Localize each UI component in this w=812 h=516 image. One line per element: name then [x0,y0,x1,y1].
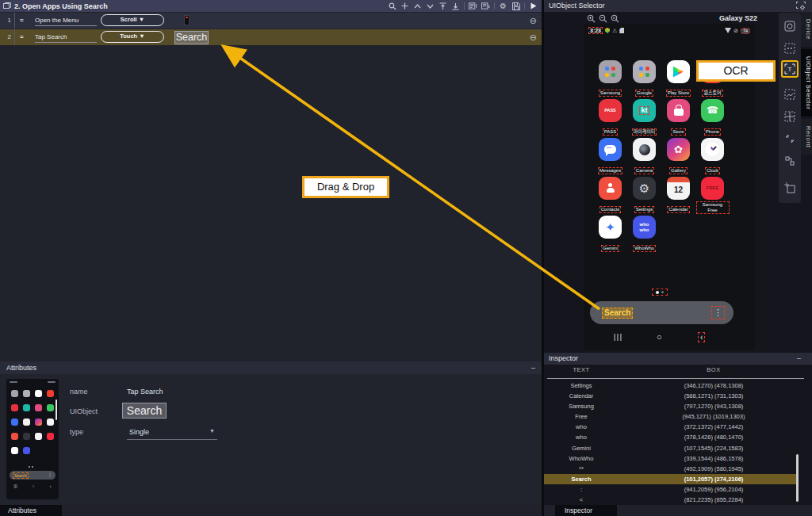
step-name-field[interactable]: Tap Search [35,31,97,43]
more-options-icon[interactable]: ⋮ [711,306,725,319]
inspector-row[interactable]: who (378,1426) (480,1470) [544,432,796,442]
app-icon[interactable] [599,60,622,83]
step-row-tap-search[interactable]: 2 = Tap Search Touch ▼ Search ⊖ [0,29,542,45]
inspector-row[interactable]: Settings (346,1270) (478,1308) [544,380,796,391]
drag-handle[interactable]: = [20,13,24,29]
app-icon[interactable]: ☎ [701,99,724,122]
inspector-row[interactable]: Search (101,2057) (274,2106) [544,474,796,484]
inspector-row[interactable]: WhoWho (339,1544) (486,1578) [544,453,796,464]
back-icon[interactable]: ‹ [698,332,705,342]
align-top-icon[interactable] [439,2,447,11]
ocr-text-tool-icon[interactable]: T [781,60,799,78]
inspector-scrollbar[interactable] [796,454,799,502]
chevron-down-icon[interactable]: ▼ [209,428,215,434]
home-icon[interactable]: ○ [657,332,662,342]
app-icon[interactable] [667,99,690,122]
recents-icon[interactable]: ||| [614,333,623,341]
app-shortcut[interactable]: 12 Calendar [661,177,695,216]
zoom-in-icon[interactable] [587,14,596,23]
move-up-icon[interactable] [413,2,422,11]
type-select-value[interactable]: Single [129,428,149,436]
remove-step-icon[interactable]: ⊖ [530,29,537,45]
inspector-row[interactable]: Free (945,1271) (1019,1303) [544,411,796,422]
tab-inspector[interactable]: Inspector [555,505,617,516]
inspector-row[interactable]: who (372,1372) (477,1442) [544,422,796,432]
app-shortcut[interactable]: PASS PASS [593,99,627,138]
inspector-row[interactable]: Samsung (797,1270) (943,1308) [544,401,796,411]
minimize-icon[interactable]: – [531,361,535,374]
step-row-open-menu[interactable]: 1 = Open the Menu Scroll ▼ ⊖ [0,13,542,29]
app-icon[interactable]: FREE [701,177,724,200]
region-select-tool-icon[interactable] [781,40,799,57]
side-tab[interactable]: Record [801,119,812,155]
minimize-icon[interactable]: – [797,353,801,365]
app-shortcut[interactable]: Play Store [661,60,695,99]
step-name-field[interactable]: Open the Menu [35,14,97,26]
app-icon[interactable] [599,138,622,161]
zoom-out-icon[interactable] [599,14,607,23]
save-icon[interactable] [511,2,520,11]
app-shortcut[interactable]: Google [627,60,661,99]
app-shortcut[interactable]: Samsung [593,60,627,99]
app-shortcut[interactable]: Clock [695,138,730,177]
inspector-row[interactable]: < (821,2235) (855,2284) [544,495,796,505]
run-play-icon[interactable] [529,2,538,11]
app-shortcut[interactable]: ✿ Gallery [661,138,695,177]
app-shortcut[interactable]: Store [661,99,695,138]
side-tab[interactable]: UIObject Selector [801,49,812,117]
drag-handle[interactable]: = [20,29,24,45]
image-select-tool-icon[interactable] [781,86,799,103]
hierarchy-tool-icon[interactable] [781,152,799,170]
uiobject-chip[interactable]: Search [174,31,209,44]
app-shortcut[interactable]: ⚙ Settings [627,177,661,216]
app-shortcut[interactable]: ✦ Gemini [593,216,627,254]
app-icon[interactable] [701,138,724,161]
action-type-dropdown[interactable]: Scroll ▼ [101,14,164,26]
name-field-value[interactable]: Tap Search [127,388,163,396]
search-icon[interactable] [388,2,396,11]
inspector-row[interactable]: Calendar (588,1271) (731,1303) [544,391,796,401]
ocr-search-text-selected[interactable]: Search [602,308,633,319]
grid-select-tool-icon[interactable] [781,108,799,125]
collapse-tool-icon[interactable] [781,130,799,147]
app-shortcut[interactable]: Contacts [593,177,627,216]
side-tab[interactable]: Device [801,12,812,47]
move-down-icon[interactable] [426,2,435,11]
inspector-row[interactable]: ** (492,1909) (580,1945) [544,464,796,474]
app-icon[interactable] [667,60,690,83]
app-icon[interactable]: who who [633,216,656,239]
selector-settings-icon[interactable] [796,2,806,10]
app-icon[interactable]: 12 [667,177,690,200]
app-shortcut[interactable]: FREE Samsung Free [695,177,730,216]
app-icon[interactable]: ⚙ [633,177,656,200]
remove-step-icon[interactable]: ⊖ [530,13,537,29]
app-icon[interactable]: ✿ [667,138,690,161]
action-type-dropdown[interactable]: Touch ▼ [101,31,164,43]
smart-select-tool-icon[interactable] [781,179,799,197]
inspector-row[interactable]: : (941,2059) (956,2104) [544,484,796,495]
app-shortcut[interactable]: Camera [627,138,661,177]
app-shortcut[interactable]: ☎ Phone [695,99,730,138]
step-screenshot-thumbnail[interactable]: Search ⋮ |||○‹ [6,379,59,499]
settings-gear-icon[interactable]: ⚙ [499,2,508,11]
inspector-row[interactable]: Gemini (107,1545) (224,1583) [544,443,796,453]
app-icon[interactable] [633,60,656,83]
capture-element-tool-icon[interactable] [781,17,799,35]
app-shortcut[interactable]: who who WhoWho [627,216,661,254]
uiobject-field-value[interactable]: Search [122,403,167,419]
app-icon[interactable] [599,177,622,200]
app-icon[interactable]: PASS [599,99,622,122]
app-shortcut[interactable]: Messages [593,138,627,177]
selector-panel-header[interactable]: UIObject Selector [544,0,812,12]
app-icon[interactable] [633,138,656,161]
insert-row-above-icon[interactable] [469,2,477,11]
app-icon[interactable]: kt [633,99,656,122]
add-step-icon[interactable] [400,2,409,11]
inspector-panel-header[interactable]: Inspector – [544,353,812,365]
align-bottom-icon[interactable] [451,2,460,11]
tab-attributes[interactable]: Attributes [0,505,62,516]
app-shortcut[interactable]: kt 마이케이티 [627,99,661,138]
insert-row-below-icon[interactable] [481,2,490,11]
app-icon[interactable]: ✦ [599,216,622,239]
device-search-bar[interactable]: Search ⋮ [590,301,733,324]
